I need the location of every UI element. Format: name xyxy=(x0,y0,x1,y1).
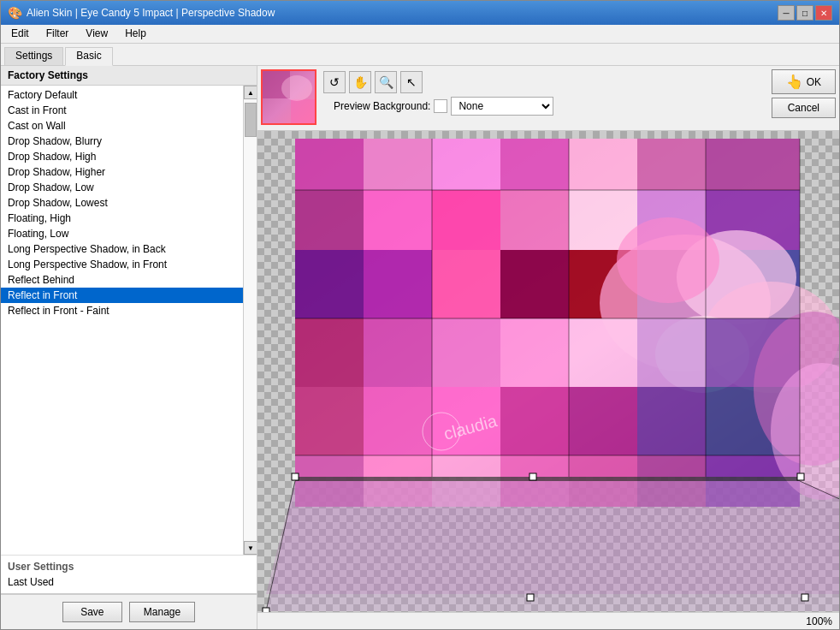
svg-rect-75 xyxy=(527,594,534,601)
svg-rect-10 xyxy=(295,139,364,190)
main-content: Factory Settings Factory Default Cast in… xyxy=(1,66,839,629)
svg-rect-69 xyxy=(529,473,536,480)
svg-rect-11 xyxy=(364,139,432,190)
scroll-down-btn[interactable]: ▼ xyxy=(244,541,257,555)
select-tool-button[interactable]: ↖ xyxy=(400,71,423,93)
list-item-floating-high[interactable]: Floating, High xyxy=(1,211,243,226)
preview-header-area: ↺ ✋ 🔍 ↖ Preview Background: None xyxy=(257,66,839,131)
svg-rect-40 xyxy=(569,318,637,387)
cancel-button[interactable]: Cancel xyxy=(772,98,836,118)
list-item-reflect-in-front[interactable]: Reflect in Front xyxy=(1,288,243,303)
bg-control-row: Preview Background: None xyxy=(323,95,765,117)
svg-rect-2 xyxy=(291,99,316,125)
list-item-drop-shadow-higher[interactable]: Drop Shadow, Higher xyxy=(1,164,243,180)
svg-point-3 xyxy=(281,75,312,101)
menu-bar: Edit Filter View Help xyxy=(1,25,839,44)
svg-rect-43 xyxy=(295,387,364,455)
thumbnail-container xyxy=(261,69,316,125)
svg-rect-25 xyxy=(364,250,432,318)
list-item-drop-shadow-lowest[interactable]: Drop Shadow, Lowest xyxy=(1,195,243,211)
main-window: 🎨 Alien Skin | Eye Candy 5 Impact | Pers… xyxy=(0,0,840,630)
preview-bg-select[interactable]: None xyxy=(451,97,553,116)
svg-rect-48 xyxy=(637,387,706,455)
svg-rect-17 xyxy=(295,190,364,250)
svg-rect-12 xyxy=(432,139,500,190)
title-bar-controls: ─ □ ✕ xyxy=(778,5,832,21)
scroll-track[interactable] xyxy=(244,99,257,541)
pan-tool-button[interactable]: ✋ xyxy=(349,71,371,93)
right-panel: ↺ ✋ 🔍 ↖ Preview Background: None xyxy=(257,66,839,629)
settings-list-container: Factory Settings Factory Default Cast in… xyxy=(1,66,257,594)
user-settings-section: User Settings Last Used xyxy=(1,555,257,593)
svg-rect-15 xyxy=(637,139,706,190)
list-item-reflect-in-front-faint[interactable]: Reflect in Front - Faint xyxy=(1,303,243,318)
svg-rect-46 xyxy=(500,387,569,455)
svg-rect-66 xyxy=(295,477,800,481)
svg-rect-19 xyxy=(432,190,500,250)
zoom-level: 100% xyxy=(806,615,832,627)
left-panel: Factory Settings Factory Default Cast in… xyxy=(1,66,257,629)
svg-rect-26 xyxy=(432,250,500,318)
svg-rect-74 xyxy=(263,608,269,612)
list-item-factory-default[interactable]: Factory Default xyxy=(1,87,243,103)
svg-rect-68 xyxy=(797,473,804,480)
save-button[interactable]: Save xyxy=(62,602,122,622)
title-bar-left: 🎨 Alien Skin | Eye Candy 5 Impact | Pers… xyxy=(8,6,275,20)
svg-rect-18 xyxy=(364,190,432,250)
close-button[interactable]: ✕ xyxy=(815,5,832,21)
svg-rect-20 xyxy=(500,190,569,250)
menu-help[interactable]: Help xyxy=(118,27,153,41)
list-item-long-perspective-back[interactable]: Long Perspective Shadow, in Back xyxy=(1,241,243,257)
svg-rect-39 xyxy=(500,318,569,387)
menu-filter[interactable]: Filter xyxy=(39,27,76,41)
ok-button[interactable]: 👆 OK xyxy=(772,69,836,94)
svg-rect-24 xyxy=(295,250,364,318)
ok-cancel-buttons: 👆 OK Cancel xyxy=(772,69,836,118)
preview-bg-label: Preview Background: xyxy=(334,100,430,112)
menu-view[interactable]: View xyxy=(79,27,115,41)
title-bar: 🎨 Alien Skin | Eye Candy 5 Impact | Pers… xyxy=(1,1,839,25)
user-settings-header: User Settings xyxy=(1,559,257,574)
svg-rect-14 xyxy=(569,139,637,190)
svg-rect-37 xyxy=(364,318,432,387)
list-item-last-used[interactable]: Last Used xyxy=(1,574,257,590)
svg-rect-67 xyxy=(292,473,299,480)
svg-marker-71 xyxy=(266,481,839,594)
svg-rect-13 xyxy=(500,139,569,190)
list-item-drop-shadow-blurry[interactable]: Drop Shadow, Blurry xyxy=(1,134,243,149)
scroll-up-btn[interactable]: ▲ xyxy=(244,86,257,99)
zoom-in-tool-button[interactable]: 🔍 xyxy=(375,71,397,93)
list-item-reflect-behind[interactable]: Reflect Behind xyxy=(1,272,243,288)
menu-edit[interactable]: Edit xyxy=(4,27,36,41)
svg-point-33 xyxy=(617,217,719,303)
refresh-tool-button[interactable]: ↺ xyxy=(323,71,346,93)
window-title: Alien Skin | Eye Candy 5 Impact | Perspe… xyxy=(27,7,275,19)
list-item-drop-shadow-low[interactable]: Drop Shadow, Low xyxy=(1,180,243,195)
settings-scrollbar[interactable]: ▲ ▼ xyxy=(243,86,257,555)
svg-rect-36 xyxy=(295,318,364,387)
list-item-cast-on-wall[interactable]: Cast on Wall xyxy=(1,118,243,134)
thumbnail-image xyxy=(263,71,316,125)
scroll-thumb[interactable] xyxy=(245,103,257,137)
maximize-button[interactable]: □ xyxy=(796,5,813,21)
list-item-floating-low[interactable]: Floating, Low xyxy=(1,226,243,241)
manage-button[interactable]: Manage xyxy=(129,602,195,622)
factory-settings-header: Factory Settings xyxy=(1,66,257,86)
status-bar: 100% xyxy=(257,612,839,629)
settings-list[interactable]: Factory Default Cast in Front Cast on Wa… xyxy=(1,86,243,555)
bg-color-swatch xyxy=(434,99,447,113)
list-item-drop-shadow-high[interactable]: Drop Shadow, High xyxy=(1,149,243,164)
preview-canvas: claudia xyxy=(257,131,839,612)
ok-label: OK xyxy=(807,76,821,88)
svg-rect-38 xyxy=(432,318,500,387)
tabs-bar: Settings Basic xyxy=(1,44,839,66)
preview-tools-row: ↺ ✋ 🔍 ↖ xyxy=(323,69,765,95)
svg-rect-27 xyxy=(500,250,569,318)
minimize-button[interactable]: ─ xyxy=(778,5,795,21)
tab-basic[interactable]: Basic xyxy=(65,47,112,66)
preview-area[interactable]: claudia xyxy=(257,131,839,612)
svg-rect-76 xyxy=(802,594,808,601)
list-item-cast-in-front[interactable]: Cast in Front xyxy=(1,103,243,118)
list-item-long-perspective-front[interactable]: Long Perspective Shadow, in Front xyxy=(1,257,243,272)
tab-settings[interactable]: Settings xyxy=(4,47,63,65)
